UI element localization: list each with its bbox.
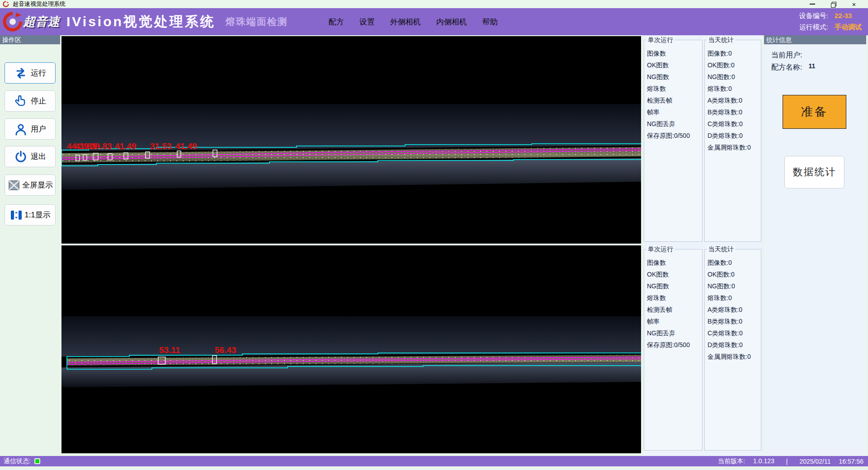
header-bar: 超音速 IVision视觉处理系统 熔珠端面检测 配方 设置 外侧相机 内侧相机… [0, 8, 868, 35]
stat-row: NG图丢弃 [647, 327, 702, 339]
stat-row: A类熔珠数:0 [708, 304, 761, 315]
stat-row: 检测丢帧 [647, 94, 702, 106]
measurement-value: 41.49 [175, 141, 197, 151]
measurement-value: 39.83 [90, 141, 112, 151]
close-icon: × [852, 1, 856, 8]
inner-camera-image: 53.1156.43 [61, 245, 641, 453]
measurement-value: 56.43 [215, 345, 236, 355]
stat-row: 图像数:0 [708, 257, 761, 268]
daily-stats-title: 当天统计 [707, 36, 735, 44]
stat-row: NG图数 [647, 71, 702, 83]
minimize-button[interactable] [802, 0, 823, 8]
menu-outer-camera[interactable]: 外侧相机 [390, 17, 421, 27]
stat-row: NG图数:0 [708, 71, 761, 83]
stat-row: 保存原图:0/500 [647, 130, 702, 141]
power-icon [14, 150, 28, 164]
stat-row: OK图数 [647, 59, 702, 71]
user-button[interactable]: 用户 [5, 118, 56, 140]
stat-row: D类熔珠数:0 [708, 130, 761, 141]
comm-status-label: 通信状态: [4, 457, 31, 465]
status-time: 16:57:56 [839, 458, 864, 465]
menu-settings[interactable]: 设置 [359, 17, 375, 27]
stat-row: 熔珠数:0 [708, 83, 761, 94]
measurement-value: 41.49 [115, 141, 137, 151]
status-divider: | [786, 458, 788, 465]
daily-stats-groupbox: 当天统计 图像数:0OK图数:0NG图数:0熔珠数:0A类熔珠数:0B类熔珠数:… [704, 249, 761, 451]
restore-button[interactable] [823, 0, 844, 8]
run-button-label: 运行 [31, 68, 46, 78]
single-run-groupbox: 单次运行 图像数OK图数NG图数熔珠数检测丢帧帧率NG图丢弃保存原图:0/500 [644, 40, 703, 242]
stat-row: 图像数:0 [708, 47, 761, 59]
camera-display-area: 44.3941.8539.8341.4931.5341.49 [61, 35, 641, 456]
brand-swoosh-icon [3, 12, 23, 32]
exit-button-label: 退出 [31, 151, 46, 162]
run-button[interactable]: 运行 [5, 62, 56, 84]
stat-row: 熔珠数 [647, 292, 702, 304]
stop-button[interactable]: 停止 [5, 90, 56, 112]
stat-row: 图像数 [647, 47, 702, 59]
stat-row: 帧率 [647, 106, 702, 118]
status-date: 2025/02/11 [799, 458, 830, 465]
measurement-value: 53.11 [159, 345, 180, 355]
prepare-button[interactable]: 准备 [783, 95, 846, 129]
one-to-one-button[interactable]: 1:1显示 [5, 204, 56, 226]
menu-inner-camera[interactable]: 内侧相机 [436, 17, 467, 27]
daily-stats-groupbox: 当天统计 图像数:0OK图数:0NG图数:0熔珠数:0A类熔珠数:0B类熔珠数:… [704, 40, 761, 242]
recipe-name-value: 11 [808, 60, 815, 72]
minimize-icon [810, 4, 815, 5]
fullscreen-button-label: 全屏显示 [22, 180, 53, 190]
run-mode-value: 手动调试 [835, 21, 862, 33]
app-subtitle: 熔珠端面检测 [226, 15, 288, 28]
app-window: 超音速视觉处理系统 × 超音速 IVision视觉处理系统 熔珠端面检测 配方 … [0, 0, 868, 470]
recipe-name-label: 配方名称: [771, 61, 802, 73]
data-stats-button[interactable]: 数据统计 [784, 156, 844, 188]
stat-row: NG图数 [647, 280, 702, 292]
stat-row: A类熔珠数:0 [708, 94, 761, 106]
single-run-list: 图像数OK图数NG图数熔珠数检测丢帧帧率NG图丢弃保存原图:0/500 [644, 249, 702, 351]
fullscreen-button[interactable]: 全屏显示 [5, 174, 56, 196]
brand-logo: 超音速 [3, 12, 60, 32]
stat-row: OK图数 [647, 268, 702, 280]
run-mode-label: 运行模式: [799, 21, 828, 33]
one-to-one-icon [9, 208, 23, 222]
stat-row: 保存原图:0/500 [647, 339, 702, 351]
app-logo-icon [3, 1, 9, 7]
stat-row: B类熔珠数:0 [708, 106, 761, 118]
stat-row: B类熔珠数:0 [708, 315, 761, 327]
comm-status-indicator [34, 458, 40, 464]
stat-row: OK图数:0 [708, 268, 761, 280]
stat-row: OK图数:0 [708, 59, 761, 71]
close-button[interactable]: × [844, 0, 864, 8]
fullscreen-icon [7, 179, 21, 192]
stat-row: D类熔珠数:0 [708, 339, 761, 351]
stat-row: NG图丢弃 [647, 118, 702, 130]
stat-row: 熔珠数:0 [708, 292, 761, 304]
stop-hand-icon [14, 94, 28, 108]
version-value: 1.0.123 [753, 457, 774, 465]
stat-row: C类熔珠数:0 [708, 118, 761, 130]
stop-button-label: 停止 [31, 96, 46, 106]
outer-camera-view: 44.3941.8539.8341.4931.5341.49 [61, 36, 641, 244]
inner-camera-stats: 单次运行 图像数OK图数NG图数熔珠数检测丢帧帧率NG图丢弃保存原图:0/500… [643, 245, 762, 452]
statistics-panel: 单次运行 图像数OK图数NG图数熔珠数检测丢帧帧率NG图丢弃保存原图:0/500… [643, 35, 762, 456]
device-info: 设备编号:22-33 运行模式:手动调试 [799, 10, 862, 33]
info-panel: 统计信息 当前用户: 配方名称: 11 准备 数据统计 [764, 35, 866, 456]
window-title: 超音速视觉处理系统 [13, 0, 66, 8]
stat-row: 金属屑熔珠数:0 [708, 351, 761, 362]
app-title: IVision视觉处理系统 [66, 13, 216, 31]
operation-panel-title: 操作区 [0, 35, 60, 44]
status-bar: 通信状态: 当前版本: 1.0.123 | 2025/02/11 16:57:5… [0, 456, 868, 466]
stat-row: 金属屑熔珠数:0 [708, 141, 761, 153]
brand-name: 超音速 [24, 14, 60, 30]
user-icon [14, 122, 28, 136]
stat-row: C类熔珠数:0 [708, 327, 761, 339]
single-run-title: 单次运行 [646, 245, 675, 254]
menu-help[interactable]: 帮助 [482, 17, 498, 27]
stat-row: 熔珠数 [647, 83, 702, 94]
daily-stats-list: 图像数:0OK图数:0NG图数:0熔珠数:0A类熔珠数:0B类熔珠数:0C类熔珠… [705, 40, 761, 153]
current-user-label: 当前用户: [771, 49, 802, 61]
exit-button[interactable]: 退出 [5, 146, 56, 167]
user-button-label: 用户 [31, 124, 46, 134]
title-bar: 超音速视觉处理系统 × [0, 0, 868, 8]
menu-recipe[interactable]: 配方 [329, 17, 344, 27]
